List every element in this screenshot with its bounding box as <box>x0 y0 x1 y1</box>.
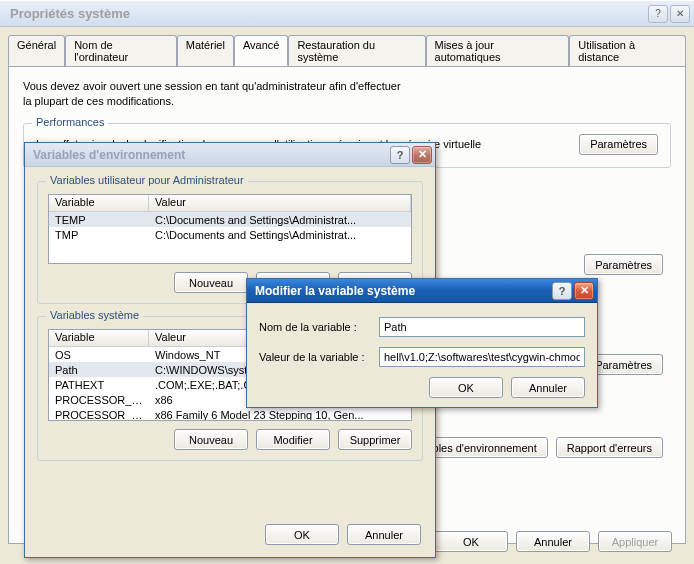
var-name-input[interactable] <box>379 317 585 337</box>
sys-delete-button[interactable]: Supprimer <box>338 429 412 450</box>
col-variable[interactable]: Variable <box>49 195 149 211</box>
profiles-settings-button[interactable]: Paramètres <box>584 254 663 275</box>
list-item[interactable]: TMP C:\Documents and Settings\Administra… <box>49 227 411 242</box>
close-icon[interactable]: ✕ <box>412 146 432 164</box>
sys-new-button[interactable]: Nouveau <box>174 429 248 450</box>
user-vars-list[interactable]: Variable Valeur TEMP C:\Documents and Se… <box>48 194 412 264</box>
close-icon[interactable]: ✕ <box>574 282 594 300</box>
env-dialog-title-bar: Variables d'environnement ? ✕ <box>25 143 435 167</box>
main-apply-button[interactable]: Appliquer <box>598 531 672 552</box>
env-dialog-title: Variables d'environnement <box>33 148 390 162</box>
edit-dialog-title-bar: Modifier la variable système ? ✕ <box>247 279 597 303</box>
user-new-button[interactable]: Nouveau <box>174 272 248 293</box>
window-title: Propriétés système <box>10 6 648 21</box>
intro-text: Vous devez avoir ouvert une session en t… <box>23 79 671 109</box>
edit-dialog-title: Modifier la variable système <box>255 284 552 298</box>
intro-line1: Vous devez avoir ouvert une session en t… <box>23 80 401 92</box>
sys-vars-legend: Variables système <box>46 309 143 321</box>
sys-edit-button[interactable]: Modifier <box>256 429 330 450</box>
env-cancel-button[interactable]: Annuler <box>347 524 421 545</box>
help-icon[interactable]: ? <box>390 146 410 164</box>
tab-computer-name[interactable]: Nom de l'ordinateur <box>65 35 177 66</box>
help-icon[interactable]: ? <box>552 282 572 300</box>
tab-advanced[interactable]: Avancé <box>234 35 289 66</box>
error-report-button[interactable]: Rapport d'erreurs <box>556 437 663 458</box>
help-icon[interactable]: ? <box>648 5 668 23</box>
var-value-label: Valeur de la variable : <box>259 351 379 363</box>
performance-settings-button[interactable]: Paramètres <box>579 134 658 155</box>
intro-line2: la plupart de ces modifications. <box>23 95 174 107</box>
tab-general[interactable]: Général <box>8 35 65 66</box>
main-ok-button[interactable]: OK <box>434 531 508 552</box>
tab-system-restore[interactable]: Restauration du système <box>288 35 425 66</box>
list-item[interactable]: PROCESSOR_ID... x86 Family 6 Model 23 St… <box>49 407 411 421</box>
env-ok-button[interactable]: OK <box>265 524 339 545</box>
var-value-input[interactable] <box>379 347 585 367</box>
tab-hardware[interactable]: Matériel <box>177 35 234 66</box>
tab-remote[interactable]: Utilisation à distance <box>569 35 686 66</box>
list-item[interactable]: TEMP C:\Documents and Settings\Administr… <box>49 212 411 227</box>
tab-auto-updates[interactable]: Mises à jour automatiques <box>426 35 570 66</box>
col-value[interactable]: Valeur <box>149 195 411 211</box>
tab-strip: Général Nom de l'ordinateur Matériel Ava… <box>0 27 694 66</box>
title-bar: Propriétés système ? ✕ <box>0 1 694 27</box>
edit-cancel-button[interactable]: Annuler <box>511 377 585 398</box>
main-button-row: OK Annuler Appliquer <box>434 531 672 552</box>
main-cancel-button[interactable]: Annuler <box>516 531 590 552</box>
performance-legend: Performances <box>32 116 108 128</box>
col-variable[interactable]: Variable <box>49 330 149 346</box>
edit-ok-button[interactable]: OK <box>429 377 503 398</box>
close-icon[interactable]: ✕ <box>670 5 690 23</box>
var-name-label: Nom de la variable : <box>259 321 379 333</box>
user-vars-legend: Variables utilisateur pour Administrateu… <box>46 174 248 186</box>
edit-var-dialog: Modifier la variable système ? ✕ Nom de … <box>246 278 598 408</box>
